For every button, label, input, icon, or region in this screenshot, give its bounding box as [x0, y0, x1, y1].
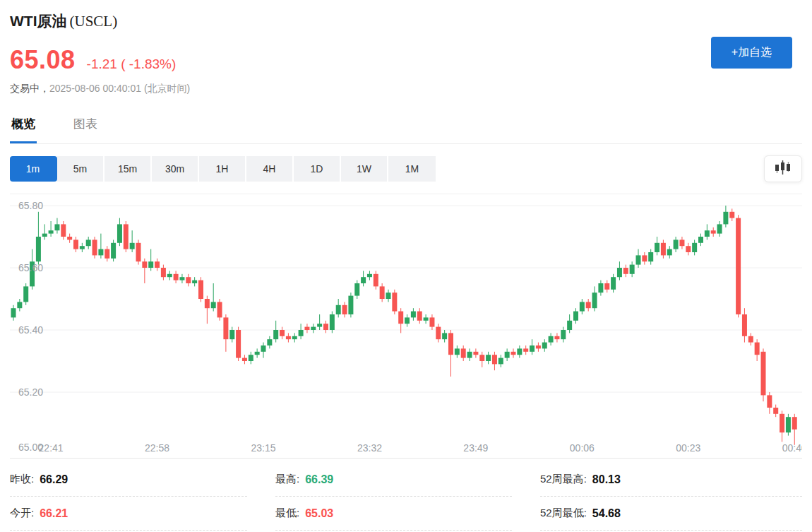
stat-value: 66.39 [305, 473, 333, 486]
quote-stats: 昨收: 66.29 今开: 66.21 最高: 66.39 最低: 65.03 … [10, 463, 802, 531]
stat-label: 昨收: [10, 473, 34, 486]
stat-label: 52周最低: [540, 507, 587, 520]
status-row: 交易中，2025-08-06 00:40:01 (北京时间) [10, 83, 802, 95]
stat-low: 最低: 65.03 [275, 497, 512, 531]
stat-high: 最高: 66.39 [275, 463, 512, 497]
interval-selector: 1m 5m 15m 30m 1H 4H 1D 1W 1M [10, 156, 436, 182]
stat-value: 80.13 [592, 473, 621, 486]
interval-1h[interactable]: 1H [199, 156, 246, 182]
stat-52w-low: 52周最低: 54.68 [540, 497, 802, 531]
tab-overview[interactable]: 概览 [10, 116, 37, 143]
interval-5m[interactable]: 5m [57, 156, 105, 182]
page-title: WTI原油(USCL) [10, 13, 802, 30]
stat-label: 今开: [10, 507, 34, 520]
interval-15m[interactable]: 15m [105, 156, 152, 182]
last-price: 65.08 [10, 45, 76, 75]
candlestick-chart[interactable]: 65.8065.6065.4065.2065.0022:4122:5823:15… [10, 194, 802, 459]
stat-prev-close: 昨收: 66.29 [10, 463, 247, 497]
interval-1m[interactable]: 1m [10, 156, 57, 182]
stat-value: 65.03 [305, 507, 333, 520]
stat-value: 66.21 [40, 507, 68, 520]
stat-value: 66.29 [40, 473, 68, 486]
price-row: 65.08 -1.21 ( -1.83%) [10, 45, 802, 75]
tab-bar: 概览 图表 [10, 116, 802, 144]
stat-open: 今开: 66.21 [10, 497, 247, 531]
stat-52w-high: 52周最高: 80.13 [540, 463, 802, 497]
price-change: -1.21 ( -1.83%) [87, 57, 177, 72]
interval-4h[interactable]: 4H [246, 156, 294, 182]
trading-status: 交易中， [10, 83, 49, 94]
timezone-note: (北京时间) [144, 83, 190, 94]
quote-page: WTI原油(USCL) 65.08 -1.21 ( -1.83%) 交易中，20… [0, 0, 812, 532]
quote-header: WTI原油(USCL) 65.08 -1.21 ( -1.83%) 交易中，20… [0, 0, 812, 95]
instrument-symbol: (USCL) [69, 13, 117, 30]
stat-label: 52周最高: [540, 473, 587, 486]
stat-value: 54.68 [592, 507, 621, 520]
stat-label: 最低: [275, 507, 299, 520]
stat-label: 最高: [275, 473, 299, 486]
chart-type-button[interactable] [764, 155, 802, 182]
candlestick-icon [773, 159, 793, 179]
instrument-name: WTI原油 [10, 13, 66, 29]
interval-1d[interactable]: 1D [294, 156, 341, 182]
interval-1w[interactable]: 1W [341, 156, 388, 182]
chart-toolbar: 1m 5m 15m 30m 1H 4H 1D 1W 1M [10, 155, 802, 182]
interval-1M[interactable]: 1M [388, 156, 436, 182]
tab-chart[interactable]: 图表 [72, 116, 99, 143]
interval-30m[interactable]: 30m [152, 156, 199, 182]
add-watchlist-button[interactable]: +加自选 [711, 37, 792, 69]
quote-timestamp: 2025-08-06 00:40:01 [49, 83, 141, 94]
